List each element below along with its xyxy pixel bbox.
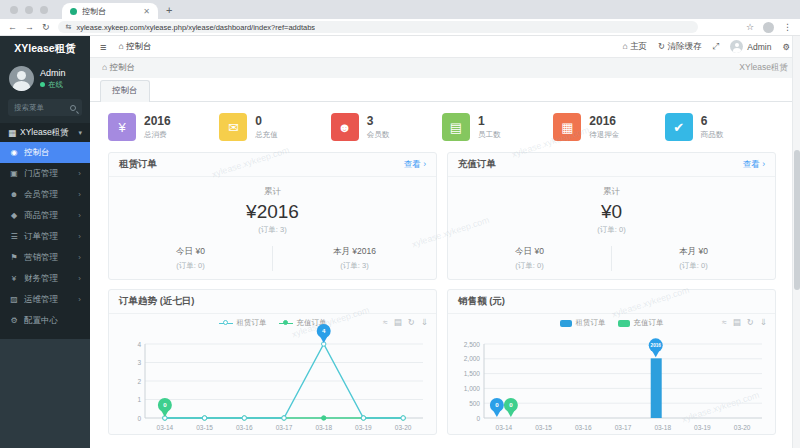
- svg-text:2,500: 2,500: [463, 341, 480, 348]
- yen-icon: ¥: [108, 113, 136, 141]
- maximize-window-button[interactable]: [40, 6, 48, 14]
- sales-chart: 05001,0001,5002,0002,50003-1403-1503-160…: [450, 330, 774, 434]
- admin-menu[interactable]: Admin: [730, 40, 771, 53]
- bar-chart-icon[interactable]: ▤: [733, 317, 741, 327]
- sidebar-item-stores[interactable]: ▣ 门店管理 ›: [0, 163, 90, 184]
- site-info-icon[interactable]: ⇆: [66, 23, 72, 31]
- scrollbar-thumb[interactable]: [794, 150, 800, 290]
- total-label: 累计: [603, 186, 620, 198]
- scrollbar[interactable]: [792, 36, 800, 448]
- svg-text:0: 0: [476, 415, 480, 422]
- svg-text:03-18: 03-18: [315, 424, 332, 431]
- line-chart-icon[interactable]: ≈: [722, 317, 727, 327]
- svg-text:2016: 2016: [650, 343, 661, 348]
- bookmark-star-icon[interactable]: ☆: [746, 22, 754, 32]
- browser-profile-avatar[interactable]: [763, 22, 774, 33]
- sidebar-item-marketing[interactable]: ⚑ 营销管理 ›: [0, 247, 90, 268]
- home-link[interactable]: ⌂ 主页: [622, 41, 647, 53]
- browser-tab[interactable]: 控制台 ✕: [62, 3, 158, 19]
- chevron-right-icon: ›: [78, 190, 81, 199]
- stat-employee-count: ▤ 1 员工数: [442, 113, 553, 141]
- svg-text:03-15: 03-15: [535, 424, 552, 431]
- browser-tab-title: 控制台: [82, 6, 138, 17]
- restore-icon[interactable]: ↻: [408, 317, 415, 327]
- home-icon: ⌂: [118, 41, 123, 51]
- content-tabrow: 控制台: [90, 78, 800, 102]
- view-link[interactable]: 查看 ›: [404, 159, 426, 171]
- svg-text:2: 2: [137, 378, 141, 385]
- stat-label: 员工数: [478, 130, 501, 140]
- browser-tabstrip: 控制台 ✕ +: [0, 0, 800, 19]
- online-dot-icon: [40, 82, 45, 87]
- sidebar-item-members[interactable]: ☻ 会员管理 ›: [0, 184, 90, 205]
- flag-icon: ⚑: [9, 253, 19, 262]
- forward-icon[interactable]: →: [25, 22, 34, 32]
- legend-item[interactable]: 租赁订单: [560, 318, 606, 328]
- address-bar[interactable]: ⇆ xylease.xykeep.com/xylease.php/xylease…: [58, 21, 698, 33]
- svg-text:0: 0: [163, 401, 167, 408]
- check-icon: ✔: [665, 113, 693, 141]
- clear-cache-link[interactable]: ↻ 清除缓存: [658, 41, 702, 53]
- brand-title: XYlease租赁: [0, 36, 90, 60]
- close-window-button[interactable]: [10, 6, 18, 14]
- window-controls[interactable]: [0, 6, 58, 19]
- line-chart-icon[interactable]: ≈: [383, 317, 388, 327]
- minimize-window-button[interactable]: [25, 6, 33, 14]
- svg-text:03-17: 03-17: [614, 424, 631, 431]
- legend-item[interactable]: 租赁订单: [219, 318, 267, 328]
- settings-gear-icon[interactable]: ⚙: [782, 42, 790, 52]
- sidebar-user: Admin 在线: [0, 60, 90, 98]
- fullscreen-icon[interactable]: ⤢: [712, 41, 719, 52]
- menu-group-header[interactable]: ▦ XYlease租赁 ▾: [0, 123, 90, 142]
- browser-actions: ☆ ⋮: [746, 22, 792, 33]
- new-tab-button[interactable]: +: [166, 4, 172, 19]
- total-amount: ¥2016: [246, 201, 299, 223]
- browser-menu-icon[interactable]: ⋮: [783, 22, 792, 32]
- view-link[interactable]: 查看 ›: [743, 159, 765, 171]
- stat-value: 6: [701, 115, 724, 128]
- chart-toolbox: ≈ ▤ ↻ ⇓: [722, 317, 767, 327]
- month-stat: 本月 ¥2016 (订单: 3): [273, 246, 436, 271]
- svg-text:3: 3: [137, 359, 141, 366]
- sidebar-item-config[interactable]: ⚙ 配置中心: [0, 310, 90, 331]
- back-icon[interactable]: ←: [8, 22, 17, 32]
- chevron-right-icon: ›: [78, 169, 81, 178]
- sidebar-item-dashboard[interactable]: ◉ 控制台: [0, 142, 90, 163]
- legend-item[interactable]: 充值订单: [618, 318, 664, 328]
- tab-close-icon[interactable]: ✕: [143, 7, 150, 16]
- chevron-right-icon: ›: [78, 274, 81, 283]
- admin-avatar: [730, 40, 743, 53]
- download-icon[interactable]: ⇓: [421, 317, 428, 327]
- sidebar: XYlease租赁 Admin 在线 ▦ XYlease租赁 ▾: [0, 36, 90, 448]
- sidebar-item-orders[interactable]: ☰ 订单管理 ›: [0, 226, 90, 247]
- user-avatar[interactable]: [9, 66, 34, 91]
- panel-title: 充值订单: [458, 158, 496, 171]
- rental-orders-panel: 租赁订单 查看 › 累计 ¥2016 (订单: 3) 今日 ¥0 (订单: 0): [108, 152, 437, 280]
- hamburger-icon[interactable]: ≡: [100, 41, 106, 53]
- svg-text:0: 0: [495, 401, 499, 408]
- bar-chart-icon[interactable]: ▤: [394, 317, 402, 327]
- favicon-icon: [70, 8, 77, 15]
- stat-value: 3: [367, 115, 390, 128]
- total-orders: (订单: 3): [258, 225, 286, 235]
- sales-chart-panel: 销售额 (元) 租赁订单充值订单 ≈ ▤ ↻ ⇓ 05001,0001,5002…: [447, 289, 776, 435]
- menu-search[interactable]: [8, 99, 82, 116]
- today-stat: 今日 ¥0 (订单: 0): [109, 246, 273, 271]
- user-icon: ☻: [9, 190, 19, 199]
- sidebar-menu: ▦ XYlease租赁 ▾ ◉ 控制台 ▣ 门店管理 › ☻ 会员管理 ›: [0, 123, 90, 339]
- menu-search-input[interactable]: [14, 103, 66, 112]
- topbar-tab-dashboard[interactable]: ⌂ 控制台: [118, 41, 151, 53]
- tab-dashboard[interactable]: 控制台: [100, 80, 150, 102]
- restore-icon[interactable]: ↻: [747, 317, 754, 327]
- sidebar-item-ops[interactable]: ▨ 运维管理 ›: [0, 289, 90, 310]
- svg-text:03-14: 03-14: [495, 424, 512, 431]
- sidebar-item-finance[interactable]: ¥ 财务管理 ›: [0, 268, 90, 289]
- stat-label: 待退押金: [589, 130, 619, 140]
- breadcrumb-dashboard[interactable]: ⌂ 控制台: [102, 62, 135, 74]
- sidebar-item-goods[interactable]: ◆ 商品管理 ›: [0, 205, 90, 226]
- download-icon[interactable]: ⇓: [760, 317, 767, 327]
- home-icon: ⌂: [102, 62, 107, 72]
- user-status: 在线: [40, 80, 66, 90]
- reload-icon[interactable]: ↻: [42, 22, 50, 32]
- svg-text:03-17: 03-17: [275, 424, 292, 431]
